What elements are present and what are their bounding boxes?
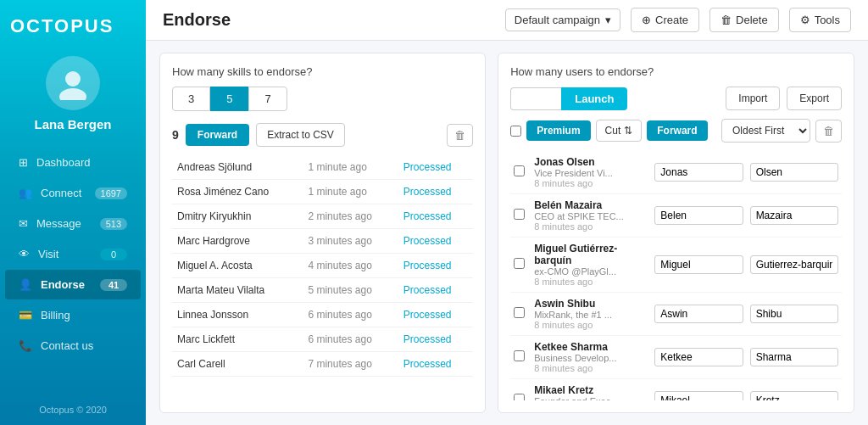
user-last-input[interactable] (750, 163, 838, 182)
user-time: 8 minutes ago (534, 363, 648, 373)
sidebar-item-contact[interactable]: 📞Contact us (5, 331, 141, 361)
user-first-cell (651, 336, 746, 379)
skill-btn-5[interactable]: 5 (210, 87, 248, 111)
user-last-input[interactable] (750, 348, 838, 366)
sidebar-item-label: Connect (41, 187, 81, 199)
user-checkbox[interactable] (514, 209, 525, 220)
user-last-cell (747, 151, 842, 194)
endorse-status[interactable]: Processed (398, 327, 473, 352)
endorse-name: Marc Lickfett (172, 327, 303, 352)
page-title: Endorse (163, 10, 495, 30)
user-first-input[interactable] (654, 391, 743, 400)
user-first-input[interactable] (654, 305, 743, 323)
user-last-input[interactable] (750, 206, 838, 225)
list-item: Aswin Shibu MixRank, the #1 ... 8 minute… (510, 293, 842, 336)
user-name: Ketkee Sharma (534, 341, 648, 353)
avatar (46, 56, 100, 110)
sort-select[interactable]: Oldest FirstNewest First (721, 119, 810, 143)
nav-badge: 513 (100, 218, 127, 230)
premium-filter-button[interactable]: Premium (526, 120, 590, 141)
user-last-input[interactable] (750, 391, 838, 400)
launch-button[interactable]: Launch (561, 87, 627, 110)
export-button[interactable]: Export (787, 87, 842, 110)
user-info: Ketkee Sharma Business Develop... 8 minu… (531, 336, 651, 379)
endorse-status[interactable]: Processed (398, 204, 473, 229)
user-checkbox[interactable] (514, 165, 525, 176)
sidebar-item-dashboard[interactable]: ⊞Dashboard (5, 148, 141, 177)
campaign-select[interactable]: Default campaign ▾ (505, 8, 620, 31)
sidebar-item-message[interactable]: ✉Message513 (5, 209, 141, 238)
user-first-input[interactable] (654, 348, 743, 366)
table-row: Marc Hardgrove 3 minutes ago Processed (172, 229, 473, 254)
user-checkbox[interactable] (514, 394, 525, 400)
forward-button[interactable]: Forward (186, 124, 249, 146)
skill-btn-3[interactable]: 3 (172, 87, 210, 111)
user-last-input[interactable] (750, 255, 838, 274)
delete-users-button[interactable]: 🗑 (815, 120, 842, 143)
user-sub: Business Develop... (534, 353, 648, 363)
user-first-input[interactable] (654, 163, 743, 182)
user-last-cell (747, 238, 842, 293)
launch-input[interactable] (510, 87, 561, 110)
user-first-input[interactable] (654, 255, 743, 274)
tools-button[interactable]: ⚙ Tools (789, 8, 851, 32)
import-button[interactable]: Import (726, 87, 780, 110)
list-item: Miguel Gutiérrez-barquín ex-CMO @PlayGl.… (510, 238, 842, 293)
user-info: Mikael Kretz Founder and Exec... 8 minut… (531, 379, 651, 401)
user-checkbox[interactable] (514, 307, 525, 318)
user-checkbox[interactable] (514, 350, 525, 361)
user-last-input[interactable] (750, 305, 838, 323)
trash-icon: 🗑 (454, 129, 465, 142)
endorse-name: Linnea Jonsson (172, 303, 303, 327)
user-info: Miguel Gutiérrez-barquín ex-CMO @PlayGl.… (531, 238, 651, 293)
endorse-time: 3 minutes ago (303, 229, 398, 254)
user-checkbox[interactable] (514, 258, 525, 269)
sidebar-item-billing[interactable]: 💳Billing (5, 300, 141, 330)
sidebar: OCTOPUS Lana Bergen ⊞Dashboard👥Connect16… (0, 0, 146, 425)
sidebar-item-visit[interactable]: 👁Visit0 (5, 239, 141, 269)
table-row: Miguel A. Acosta 4 minutes ago Processed (172, 254, 473, 278)
endorse-status[interactable]: Processed (398, 303, 473, 327)
endorse-status[interactable]: Processed (398, 352, 473, 377)
endorse-status[interactable]: Processed (398, 254, 473, 278)
svg-point-0 (65, 71, 81, 87)
user-checkbox-cell (510, 194, 531, 238)
user-time: 8 minutes ago (534, 320, 648, 330)
user-first-cell (651, 379, 746, 401)
sidebar-item-endorse[interactable]: 👤Endorse41 (5, 270, 141, 299)
cut-button[interactable]: Cut ⇅ (596, 120, 643, 142)
extract-csv-button[interactable]: Extract to CSV (256, 123, 345, 147)
user-sub: MixRank, the #1 ... (534, 310, 648, 320)
select-all-checkbox[interactable] (510, 126, 521, 137)
list-item: Belén Mazaira CEO at SPIKE TEC... 8 minu… (510, 194, 842, 238)
right-forward-button[interactable]: Forward (647, 120, 707, 141)
user-time: 8 minutes ago (534, 221, 648, 232)
message-icon: ✉ (19, 217, 28, 230)
trash-icon: 🗑 (721, 14, 732, 26)
avatar-icon (56, 66, 90, 100)
visit-icon: 👁 (19, 248, 30, 260)
avatar-area: Lana Bergen (0, 48, 146, 143)
sidebar-item-label: Billing (41, 309, 70, 322)
endorse-status[interactable]: Processed (398, 229, 473, 254)
user-name: Lana Bergen (35, 117, 112, 131)
user-info: Aswin Shibu MixRank, the #1 ... 8 minute… (531, 293, 651, 336)
sidebar-item-label: Contact us (41, 339, 93, 352)
endorse-status[interactable]: Processed (398, 180, 473, 204)
delete-button[interactable]: 🗑 Delete (709, 8, 779, 32)
skill-btn-7[interactable]: 7 (248, 87, 287, 111)
create-button[interactable]: ⊕ Create (631, 8, 699, 32)
endorse-status[interactable]: Processed (398, 278, 473, 303)
delete-rows-button[interactable]: 🗑 (447, 124, 473, 147)
user-checkbox-cell (510, 336, 531, 379)
endorse-name: Rosa Jiménez Cano (172, 180, 303, 204)
nav-badge: 0 (100, 249, 127, 260)
user-first-input[interactable] (654, 206, 743, 225)
user-checkbox-cell (510, 151, 531, 194)
endorse-time: 1 minute ago (303, 155, 398, 180)
endorse-time: 2 minutes ago (303, 204, 398, 229)
endorse-status[interactable]: Processed (398, 155, 473, 180)
sort-arrows-icon: ⇅ (624, 125, 632, 137)
sidebar-item-connect[interactable]: 👥Connect1697 (5, 178, 141, 208)
user-checkbox-cell (510, 379, 531, 401)
